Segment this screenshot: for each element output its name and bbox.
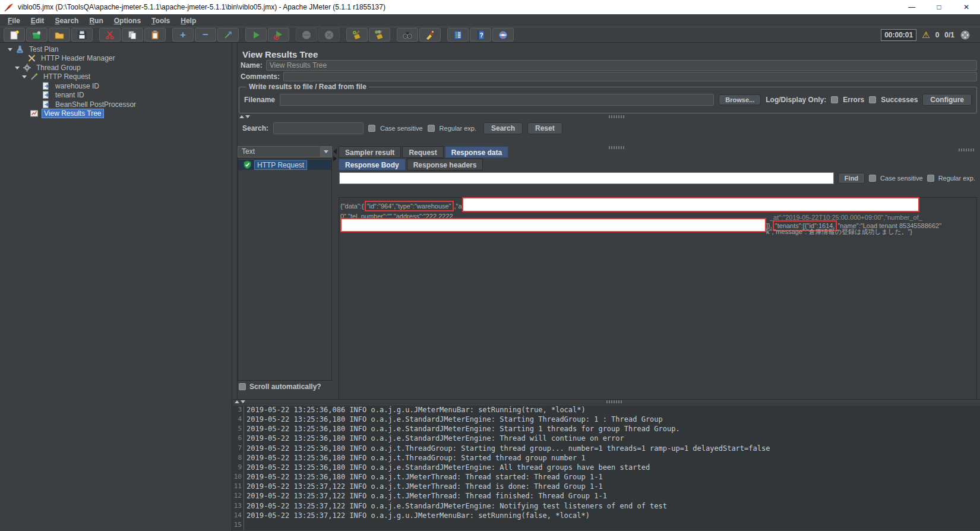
- clear-search-button[interactable]: [419, 28, 441, 42]
- tree-item-warehouse-id[interactable]: warehouse ID: [0, 81, 232, 91]
- tab-response-headers[interactable]: Response headers: [407, 159, 483, 170]
- shutdown-button[interactable]: [318, 28, 340, 42]
- find-input[interactable]: [339, 172, 834, 184]
- generate-report-button[interactable]: [492, 28, 514, 42]
- search-button[interactable]: Search: [483, 122, 523, 134]
- expander-icon[interactable]: [7, 46, 14, 53]
- clear-all-button[interactable]: [369, 28, 390, 42]
- log-warnings-icon[interactable]: ⚠: [922, 30, 930, 40]
- chevron-down-icon[interactable]: [321, 146, 332, 157]
- log-viewer[interactable]: 32019-05-22 13:25:36,086 INFO o.a.j.g.u.…: [232, 404, 980, 530]
- maximize-button[interactable]: □: [925, 0, 953, 14]
- header-manager-icon: [27, 54, 37, 62]
- response-body[interactable]: {"data":{"id":"964","type":"warehouse","…: [339, 197, 977, 410]
- tab-request[interactable]: Request: [402, 146, 443, 158]
- toggle-button[interactable]: [217, 28, 239, 42]
- function-helper-button[interactable]: [447, 28, 469, 42]
- minimize-button[interactable]: —: [898, 0, 925, 14]
- collapse-left-icon[interactable]: [333, 148, 337, 154]
- tree-item-http-header-manager[interactable]: HTTP Header Manager: [0, 54, 232, 64]
- tab-response-data[interactable]: Response data: [445, 146, 508, 158]
- log-splitter[interactable]: [232, 399, 980, 404]
- collapse-up-icon[interactable]: [235, 400, 239, 403]
- log-line: 122019-05-22 13:25:37,122 INFO o.a.j.t.J…: [232, 492, 980, 501]
- menu-edit[interactable]: Edit: [26, 15, 50, 26]
- templates-button[interactable]: [26, 28, 48, 42]
- tree-item-thread-group[interactable]: Thread Group: [0, 63, 232, 72]
- expander-icon[interactable]: [21, 73, 29, 80]
- remove-button[interactable]: −: [195, 28, 216, 42]
- function-helper-icon: [453, 30, 463, 40]
- tree-item-tenant-id[interactable]: tenant ID: [0, 91, 232, 100]
- results-list[interactable]: HTTP Request: [238, 158, 332, 381]
- find-case-checkbox[interactable]: [869, 175, 876, 182]
- cut-button[interactable]: [99, 28, 121, 42]
- search-case-checkbox[interactable]: [368, 125, 375, 132]
- menu-help[interactable]: Help: [175, 15, 201, 26]
- expander-icon[interactable]: [14, 64, 21, 71]
- scroll-automatically-checkbox[interactable]: [239, 383, 246, 390]
- log-line: 32019-05-22 13:25:36,086 INFO o.a.j.g.u.…: [232, 406, 980, 415]
- menu-search[interactable]: Search: [49, 15, 84, 26]
- search-button-toolbar[interactable]: [397, 28, 418, 42]
- collapse-up-icon[interactable]: [239, 115, 244, 118]
- paste-button[interactable]: [144, 28, 166, 42]
- configure-button[interactable]: Configure: [922, 94, 972, 106]
- save-button[interactable]: [71, 28, 93, 42]
- renderer-dropdown[interactable]: Text: [238, 146, 332, 157]
- search-bar: Search: Case sensitive Regular exp. Sear…: [242, 122, 973, 134]
- tabs-grip[interactable]: [959, 148, 975, 151]
- search-splitter[interactable]: [237, 114, 980, 119]
- search-regex-checkbox[interactable]: [428, 125, 435, 132]
- splitter-grip[interactable]: [609, 146, 625, 149]
- filename-input[interactable]: [280, 94, 714, 106]
- tree-item-view-results-tree[interactable]: View Results Tree: [0, 109, 232, 119]
- new-file-button[interactable]: [4, 28, 25, 42]
- tree-item-label: Test Plan: [27, 45, 60, 53]
- toggle-icon: [223, 30, 233, 40]
- split-collapse-arrows[interactable]: [333, 148, 337, 162]
- start-no-pauses-button[interactable]: [268, 28, 289, 42]
- open-file-button[interactable]: [49, 28, 70, 42]
- successes-checkbox[interactable]: [869, 96, 876, 103]
- splitter-grip[interactable]: [606, 400, 623, 403]
- find-regex-checkbox[interactable]: [927, 175, 934, 182]
- clear-button[interactable]: [346, 28, 368, 42]
- start-button[interactable]: [245, 28, 267, 42]
- result-tabs: Sampler result Request Response data: [339, 146, 510, 158]
- stop-button[interactable]: [296, 28, 317, 42]
- name-input[interactable]: [266, 60, 977, 71]
- reset-button[interactable]: Reset: [527, 122, 562, 134]
- find-regex-label: Regular exp.: [938, 175, 975, 182]
- expand-right-icon[interactable]: [333, 156, 337, 162]
- errors-checkbox[interactable]: [831, 96, 838, 103]
- thread-group-icon: [23, 64, 32, 72]
- menu-options[interactable]: Options: [109, 15, 146, 26]
- collapse-down-icon[interactable]: [241, 400, 245, 403]
- splitter-grip[interactable]: [609, 115, 625, 118]
- save-icon: [77, 30, 87, 40]
- search-input[interactable]: [273, 122, 363, 134]
- menu-file[interactable]: File: [2, 15, 26, 26]
- tree-item-http-request[interactable]: HTTP Request: [0, 72, 232, 82]
- tree-item-test-plan[interactable]: Test Plan: [0, 45, 232, 54]
- collapse-down-icon[interactable]: [245, 115, 250, 118]
- tab-response-body[interactable]: Response Body: [339, 159, 406, 170]
- tree-main-splitter[interactable]: [233, 43, 237, 399]
- write-results-legend: Write results to file / Read from file: [246, 83, 369, 91]
- menu-tools[interactable]: Tools: [146, 15, 175, 26]
- close-button[interactable]: ✕: [953, 0, 980, 14]
- search-case-label: Case sensitive: [380, 125, 423, 132]
- comments-input[interactable]: [283, 72, 977, 81]
- tab-sampler-result[interactable]: Sampler result: [339, 146, 401, 158]
- tree-item-beanshell-postprocessor[interactable]: BeanShell PostProcessor: [0, 100, 232, 109]
- response-subtabs: Response Body Response headers: [339, 159, 484, 170]
- find-button[interactable]: Find: [838, 173, 865, 184]
- add-button[interactable]: +: [172, 28, 194, 42]
- result-node-http-request[interactable]: HTTP Request: [238, 160, 331, 170]
- browse-button[interactable]: Browse...: [719, 94, 761, 105]
- menu-run[interactable]: Run: [84, 15, 108, 26]
- help-button[interactable]: ?: [470, 28, 491, 42]
- copy-button[interactable]: [122, 28, 143, 42]
- log-line: 42019-05-22 13:25:36,180 INFO o.a.j.e.St…: [232, 415, 980, 425]
